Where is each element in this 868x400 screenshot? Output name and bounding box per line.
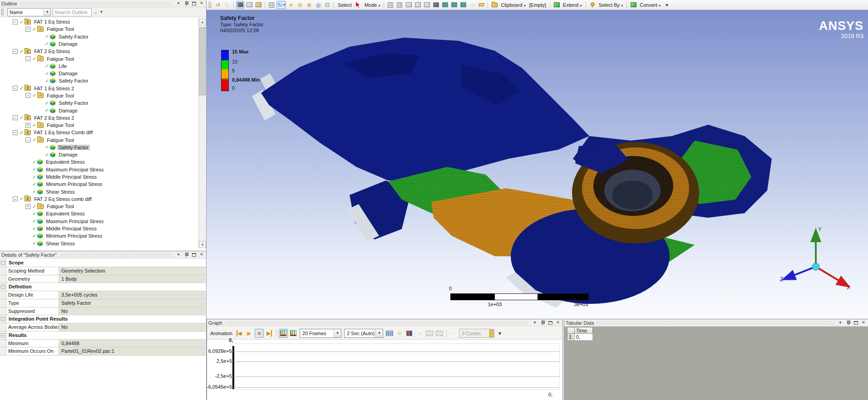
- outline-panel-header[interactable]: Outline ▾✕: [0, 0, 206, 7]
- maximize-icon[interactable]: [853, 320, 859, 326]
- close-icon[interactable]: ✕: [198, 252, 205, 258]
- result-sets-chart-icon[interactable]: [279, 329, 288, 338]
- collapse-icon[interactable]: −: [13, 196, 18, 201]
- shaded-exterior-edges-icon[interactable]: [236, 1, 244, 9]
- tree-item[interactable]: −✓ΣFAT 1 Eq Stress Comb diff: [0, 129, 198, 136]
- element-filter-icon[interactable]: [459, 1, 467, 9]
- tree-item[interactable]: ✓Middle Principal Stress: [0, 173, 198, 180]
- collapse-icon[interactable]: −: [13, 130, 18, 135]
- filter-type-combo[interactable]: Name ▼: [7, 8, 51, 16]
- selection-filter-icon[interactable]: [395, 1, 404, 9]
- tree-item[interactable]: ✓Maximum Principal Stress: [0, 218, 198, 225]
- property-value[interactable]: Safety Factor: [59, 299, 206, 307]
- tabular-panel-header[interactable]: Tabular Data ▾✕: [564, 319, 868, 327]
- play-icon[interactable]: ▶: [245, 329, 254, 338]
- pin-icon[interactable]: [183, 252, 189, 258]
- cycles-input[interactable]: 3 Cycles: [459, 329, 494, 338]
- film-export-icon[interactable]: [425, 329, 434, 338]
- maximize-icon[interactable]: [191, 252, 197, 258]
- scroll-up-icon[interactable]: ▲: [199, 18, 206, 25]
- time-cursor[interactable]: [232, 346, 234, 389]
- graph-panel-header[interactable]: Graph ▾✕: [207, 319, 562, 327]
- tree-item[interactable]: ✓Shear Stress: [0, 239, 198, 247]
- last-frame-icon[interactable]: ▶: [265, 329, 274, 338]
- extend-label[interactable]: Extend ▾: [562, 2, 583, 8]
- tree-item[interactable]: ✓Middle Principal Stress: [0, 225, 198, 232]
- orientation-triad[interactable]: Y X Z: [777, 221, 857, 294]
- row-index-cell[interactable]: 1: [567, 334, 575, 341]
- panel-menu-icon[interactable]: ▾: [175, 252, 182, 258]
- select-label[interactable]: Select: [336, 2, 353, 8]
- graph-zoom-icon[interactable]: ⊕: [395, 329, 404, 338]
- tree-item[interactable]: ✓Safety Factor: [0, 99, 198, 107]
- tree-item[interactable]: −✓ΣFAT 2 Eq Stress: [0, 48, 198, 55]
- time-column-header[interactable]: Time: [575, 327, 593, 334]
- pin-icon[interactable]: [183, 0, 189, 6]
- coordinate-select-icon[interactable]: xyz: [468, 1, 476, 9]
- collapse-icon[interactable]: −: [1, 333, 5, 337]
- tree-item[interactable]: ✓Safety Factor: [0, 77, 198, 84]
- collapse-icon[interactable]: −: [13, 86, 18, 91]
- cycles-spinner[interactable]: [489, 330, 493, 337]
- film-import-icon[interactable]: [435, 329, 444, 338]
- geometry-viewport[interactable]: 01e+032e+033e+03: [207, 10, 868, 319]
- collapse-icon[interactable]: −: [25, 137, 30, 142]
- tree-item[interactable]: −✓ΣFAT 1 Eq Stress 2: [0, 85, 198, 92]
- toolbar-grip[interactable]: [1, 9, 4, 16]
- close-icon[interactable]: ✕: [860, 320, 867, 326]
- toolbar-grip[interactable]: [208, 1, 212, 9]
- first-frame-icon[interactable]: ◀: [235, 329, 244, 338]
- tree-item[interactable]: ✓Damage: [0, 107, 198, 114]
- selection-info-icon[interactable]: [386, 1, 395, 9]
- tree-item[interactable]: ✓Maximum Principal Stress: [0, 166, 198, 173]
- property-value[interactable]: No: [59, 323, 206, 331]
- property-value[interactable]: 3,5e+005 cycles: [59, 291, 206, 299]
- mode-label[interactable]: Mode ▾: [363, 2, 382, 8]
- rotate-icon[interactable]: ↻▾: [276, 1, 286, 9]
- duration-select[interactable]: 2 Sec (Auto)▼: [344, 329, 383, 338]
- collapse-icon[interactable]: −: [1, 261, 5, 265]
- face-filter-icon[interactable]: [423, 1, 431, 9]
- panel-menu-icon[interactable]: ▾: [532, 320, 538, 326]
- toolbar-overflow-icon[interactable]: ▾: [663, 1, 671, 9]
- zoom-out-icon[interactable]: ⊖: [296, 1, 304, 9]
- tree-item[interactable]: −✓ΣFAT 2 Eq Stress 2: [0, 114, 198, 122]
- tree-item[interactable]: ✓Equivalent Stress: [0, 158, 198, 166]
- chevron-down-icon[interactable]: ▼: [44, 9, 50, 16]
- time-chart-icon[interactable]: [289, 329, 298, 338]
- convert-label[interactable]: Convert ▾: [638, 2, 662, 8]
- scrollbar-thumb[interactable]: [199, 27, 206, 95]
- tree-item[interactable]: ✓Safety Factor: [0, 33, 198, 40]
- probe-icon[interactable]: ≈: [415, 329, 424, 338]
- extend-icon[interactable]: [552, 1, 561, 9]
- tree-item[interactable]: ✓Damage: [0, 151, 198, 158]
- zoom-in-icon[interactable]: ⊕: [305, 1, 313, 9]
- expand-icon[interactable]: +: [25, 204, 30, 209]
- tree-item[interactable]: +✓~Fatigue Tool: [0, 122, 198, 129]
- chevron-down-icon[interactable]: ▼: [375, 329, 383, 337]
- collapse-icon[interactable]: −: [25, 93, 30, 98]
- property-value[interactable]: 1 Body: [59, 275, 206, 283]
- expand-search-icon[interactable]: ⌄: [94, 9, 98, 15]
- tree-item[interactable]: ✓Minimum Principal Stress: [0, 180, 198, 188]
- close-icon[interactable]: ✕: [555, 320, 561, 326]
- export-video-icon[interactable]: [385, 329, 394, 338]
- tree-item[interactable]: ✓Safety Factor: [0, 144, 198, 151]
- legend-color-bar[interactable]: [221, 50, 229, 91]
- pin-icon[interactable]: [539, 320, 546, 326]
- tree-item[interactable]: +✓~Fatigue Tool: [0, 203, 198, 210]
- select-by-icon[interactable]: [588, 1, 597, 9]
- convert-icon[interactable]: [629, 1, 637, 9]
- body-filter-icon[interactable]: [432, 1, 440, 9]
- tree-item[interactable]: −✓~Fatigue Tool: [0, 25, 198, 33]
- select-cursor-icon[interactable]: [354, 1, 362, 9]
- collapse-icon[interactable]: −: [1, 285, 5, 289]
- select-by-label[interactable]: Select By ▾: [597, 2, 625, 8]
- collapse-icon[interactable]: −: [13, 115, 18, 120]
- search-outline-input[interactable]: [53, 8, 92, 16]
- close-icon[interactable]: ✕: [198, 0, 205, 6]
- zoom-history-back-icon[interactable]: ↺: [214, 1, 222, 9]
- tree-item[interactable]: −✓ΣFAT 1 Eq Stress: [0, 18, 198, 25]
- frames-select[interactable]: 20 Frames▼: [300, 329, 341, 338]
- collapse-icon[interactable]: −: [13, 20, 18, 24]
